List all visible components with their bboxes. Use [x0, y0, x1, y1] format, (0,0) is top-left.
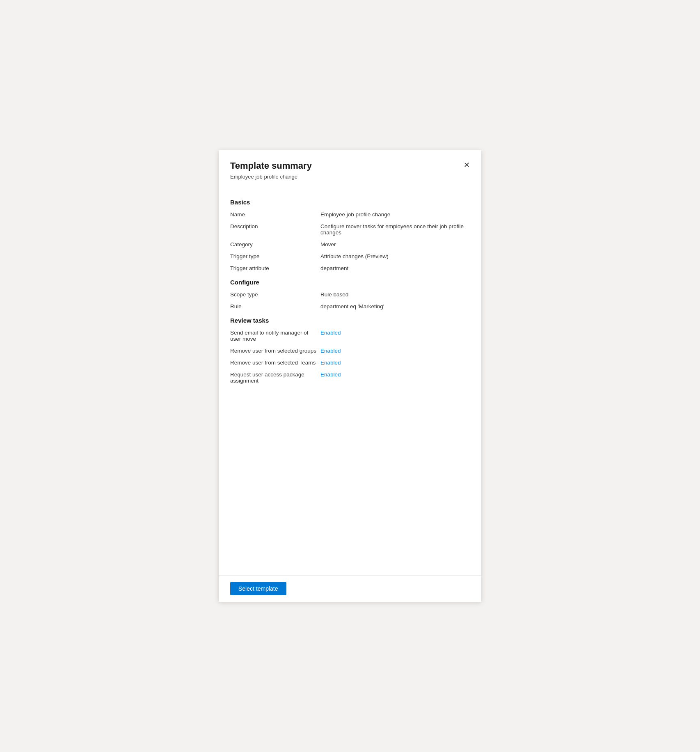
- close-icon: ✕: [464, 160, 470, 170]
- template-summary-panel: Template summary Employee job profile ch…: [219, 150, 481, 602]
- review-tasks-section: Review tasks Send email to notify manage…: [230, 317, 470, 384]
- field-value-trigger-type: Attribute changes (Preview): [320, 253, 470, 259]
- field-description: Description Configure mover tasks for em…: [230, 223, 470, 236]
- configure-section: Configure Scope type Rule based Rule dep…: [230, 279, 470, 310]
- field-access-package: Request user access package assignment E…: [230, 371, 470, 384]
- field-label-description: Description: [230, 223, 320, 229]
- field-value-description: Configure mover tasks for employees once…: [320, 223, 470, 236]
- basics-section: Basics Name Employee job profile change …: [230, 199, 470, 271]
- field-label-scope-type: Scope type: [230, 291, 320, 298]
- field-value-remove-teams: Enabled: [320, 360, 470, 366]
- close-button[interactable]: ✕: [460, 158, 473, 172]
- select-template-button[interactable]: Select template: [230, 582, 286, 595]
- select-template-label: Select template: [238, 585, 278, 592]
- field-label-name: Name: [230, 211, 320, 218]
- field-rule: Rule department eq 'Marketing': [230, 303, 470, 310]
- review-tasks-heading: Review tasks: [230, 317, 470, 324]
- field-remove-teams: Remove user from selected Teams Enabled: [230, 360, 470, 366]
- field-label-rule: Rule: [230, 303, 320, 310]
- field-value-remove-groups: Enabled: [320, 348, 470, 354]
- field-label-trigger-type: Trigger type: [230, 253, 320, 259]
- field-label-trigger-attribute: Trigger attribute: [230, 265, 320, 271]
- field-label-category: Category: [230, 241, 320, 248]
- field-label-send-email: Send email to notify manager of user mov…: [230, 330, 320, 342]
- configure-heading: Configure: [230, 279, 470, 286]
- panel-content: Basics Name Employee job profile change …: [219, 186, 481, 575]
- field-value-rule: department eq 'Marketing': [320, 303, 470, 310]
- field-value-access-package: Enabled: [320, 371, 470, 378]
- field-name: Name Employee job profile change: [230, 211, 470, 218]
- panel-subtitle: Employee job profile change: [230, 174, 470, 180]
- panel-title: Template summary: [230, 160, 470, 172]
- field-trigger-type: Trigger type Attribute changes (Preview): [230, 253, 470, 259]
- field-category: Category Mover: [230, 241, 470, 248]
- field-value-send-email: Enabled: [320, 330, 470, 336]
- field-value-trigger-attribute: department: [320, 265, 470, 271]
- field-label-access-package: Request user access package assignment: [230, 371, 320, 384]
- field-label-remove-groups: Remove user from selected groups: [230, 348, 320, 354]
- field-value-category: Mover: [320, 241, 470, 248]
- field-send-email: Send email to notify manager of user mov…: [230, 330, 470, 342]
- panel-footer: Select template: [219, 575, 481, 602]
- field-value-name: Employee job profile change: [320, 211, 470, 218]
- field-label-remove-teams: Remove user from selected Teams: [230, 360, 320, 366]
- field-scope-type: Scope type Rule based: [230, 291, 470, 298]
- field-remove-groups: Remove user from selected groups Enabled: [230, 348, 470, 354]
- panel-header: Template summary Employee job profile ch…: [219, 150, 481, 186]
- field-trigger-attribute: Trigger attribute department: [230, 265, 470, 271]
- basics-heading: Basics: [230, 199, 470, 206]
- field-value-scope-type: Rule based: [320, 291, 470, 298]
